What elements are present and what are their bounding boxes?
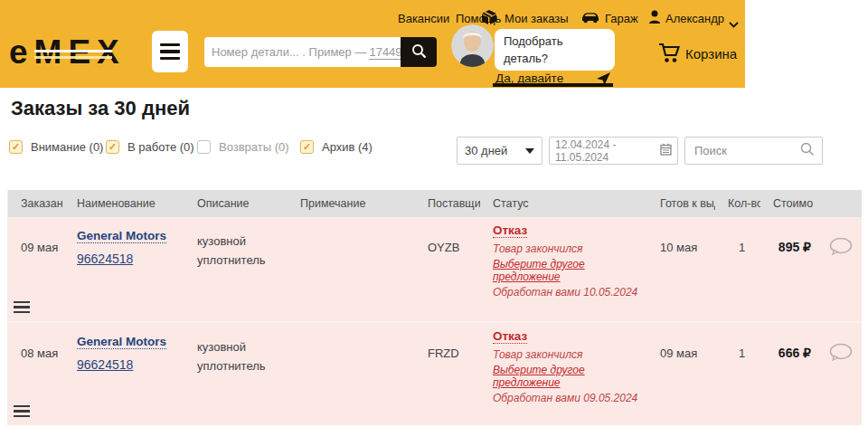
hamburger-menu-button[interactable] [152, 31, 188, 72]
order-supplier: OYZB [415, 217, 480, 321]
col-header-ready: Готов к выдаче [647, 190, 715, 217]
emex-logo-text: eMEX [9, 33, 118, 72]
period-select[interactable]: 30 дней [457, 137, 542, 165]
orders-table: Заказан Наименование Описание Примечание… [7, 190, 862, 425]
checkbox-icon: ✓ [197, 140, 211, 154]
order-description: кузовной уплотнитель [184, 217, 284, 321]
assistant-bubble: Подобрать деталь? [495, 29, 615, 71]
table-header-row: Заказан Наименование Описание Примечание… [8, 190, 862, 217]
page-title: Заказы за 30 дней [11, 97, 190, 120]
search-placeholder-example: 1744977 [369, 45, 401, 60]
nav-my-orders[interactable]: Мои заказы [505, 12, 569, 25]
col-header-note: Примечание [288, 190, 415, 217]
cart-label[interactable]: Корзина [685, 46, 737, 62]
search-icon [800, 142, 815, 159]
calendar-icon [660, 143, 672, 158]
checkbox-label: В работе (0) [127, 140, 194, 154]
order-note [288, 217, 415, 321]
status-title[interactable]: Отказ [493, 329, 527, 344]
order-name-cell: General Motors 96624518 [64, 323, 184, 425]
nav-garage[interactable]: Гараж [605, 12, 638, 25]
emex-logo[interactable]: eMEX [9, 33, 118, 72]
col-header-qty: Кол-во [715, 190, 760, 217]
col-header-name: Наименование [64, 190, 184, 217]
chat-bubble-icon[interactable] [813, 217, 862, 321]
checkbox-label: Возвраты (0) [219, 140, 289, 154]
status-reason: Товар закончился [493, 348, 647, 361]
status-processed: Обработан вами 09.05.2024 [493, 392, 647, 404]
period-value: 30 дней [465, 144, 507, 157]
nav-user-name[interactable]: Александр [665, 12, 724, 25]
brand-link[interactable]: General Motors [77, 229, 166, 243]
status-other-offer-link[interactable]: Выберите другое предложение [493, 364, 647, 389]
search-button[interactable] [401, 37, 437, 67]
car-icon [580, 11, 600, 28]
order-status-cell: Отказ Товар закончился Выберите другое п… [480, 217, 647, 321]
filter-checkbox-attention[interactable]: ✓ Внимание (0) [9, 140, 103, 154]
row-actions-menu-icon[interactable] [14, 405, 30, 418]
col-header-supplier: Поставщик [415, 190, 480, 217]
nav-vacancies[interactable]: Вакансии [398, 12, 449, 25]
checkbox-icon: ✓ [9, 140, 23, 154]
table-row: 09 мая General Motors 96624518 кузовной … [8, 217, 862, 321]
col-header-description: Описание [184, 190, 288, 217]
order-price: 666 ₽ [760, 323, 813, 425]
status-processed: Обработан вами 10.05.2024 [493, 286, 647, 299]
order-description: кузовной уплотнитель [184, 323, 284, 425]
status-other-offer-link[interactable]: Выберите другое предложение [493, 258, 647, 283]
checkbox-label: Внимание (0) [31, 140, 103, 154]
assistant-underline [493, 83, 613, 87]
filter-checkbox-in-progress[interactable]: ✓ В работе (0) [106, 140, 194, 154]
date-range-picker[interactable]: 12.04.2024 - 11.05.2024 [549, 137, 678, 165]
chevron-down-icon[interactable] [729, 15, 739, 32]
order-qty: 1 [715, 323, 760, 425]
filter-checkbox-returns[interactable]: ✓ Возвраты (0) [197, 140, 289, 154]
dropdown-arrow-icon [525, 148, 534, 154]
filter-checkbox-archive[interactable]: ✓ Архив (4) [300, 140, 373, 154]
ready-date: 10 мая [647, 217, 715, 321]
part-number-link[interactable]: 96624518 [77, 251, 133, 266]
table-search-field [684, 137, 823, 165]
order-name-cell: General Motors 96624518 [64, 217, 184, 321]
ready-date: 09 мая [647, 323, 715, 425]
user-icon [648, 10, 661, 28]
table-search-input[interactable] [693, 143, 796, 158]
user-avatar[interactable] [451, 24, 494, 67]
chat-bubble-icon[interactable] [813, 323, 862, 425]
search-placeholder-text: Номер детали... . Пример — [212, 45, 366, 59]
order-status-cell: Отказ Товар закончился Выберите другое п… [480, 323, 647, 425]
col-header-ordered: Заказан [8, 190, 64, 217]
col-header-price: Стоимость [760, 190, 813, 217]
checkbox-icon: ✓ [106, 140, 119, 154]
brand-link[interactable]: General Motors [77, 335, 166, 349]
order-qty: 1 [715, 217, 760, 321]
logo-stripe [34, 56, 112, 59]
checkbox-icon: ✓ [300, 140, 314, 154]
col-header-status: Статус [480, 190, 647, 217]
search-icon [411, 43, 427, 62]
order-supplier: FRZD [415, 323, 480, 425]
status-reason: Товар закончился [493, 242, 647, 255]
col-header-chat [813, 190, 862, 217]
status-title[interactable]: Отказ [493, 223, 527, 238]
row-actions-menu-icon[interactable] [14, 301, 30, 314]
cart-icon[interactable] [658, 43, 681, 67]
logo-stripe [34, 50, 112, 52]
table-row: 08 мая General Motors 96624518 кузовной … [8, 321, 862, 425]
part-number-link[interactable]: 96624518 [77, 357, 133, 372]
checkbox-label: Архив (4) [322, 140, 373, 154]
order-note [288, 323, 415, 425]
order-price: 895 ₽ [760, 217, 813, 321]
assistant-bubble-text: Подобрать деталь? [504, 34, 562, 65]
part-number-search-input[interactable]: Номер детали... . Пример — 1744977 [204, 37, 401, 67]
date-range-value: 12.04.2024 - 11.05.2024 [555, 138, 660, 164]
